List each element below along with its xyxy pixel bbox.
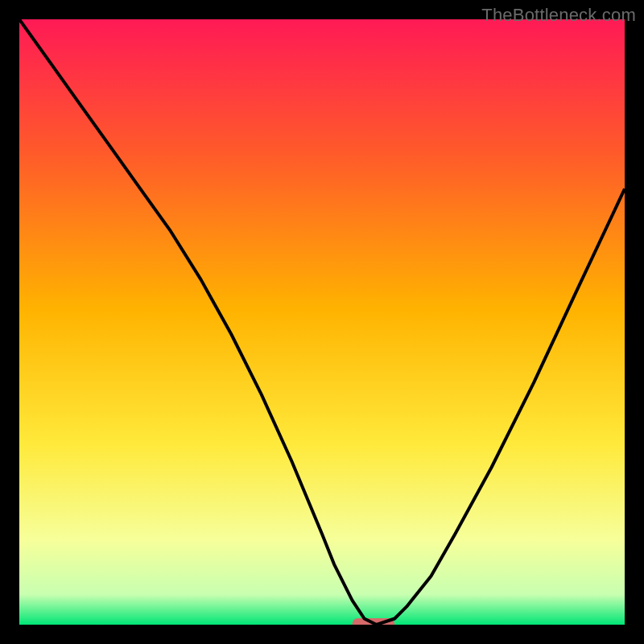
bottleneck-plot <box>19 19 625 625</box>
chart-container: TheBottleneck.com <box>0 0 644 644</box>
plot-frame <box>19 19 625 625</box>
watermark-label: TheBottleneck.com <box>481 5 636 26</box>
